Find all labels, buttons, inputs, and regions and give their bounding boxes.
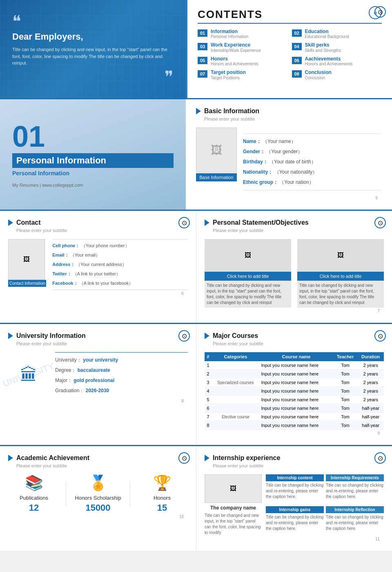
- course-cat: [212, 395, 259, 404]
- stmt-btn-1[interactable]: Click here to add title: [205, 272, 291, 281]
- intern-box-text: Title can be changed by clicking and re-…: [266, 483, 324, 500]
- course-duration: 2 years: [357, 370, 384, 378]
- intern-box: Internship content Title can be changed …: [266, 474, 324, 504]
- smiley-icon: ⊙: [378, 8, 383, 16]
- section-icon: ⊙: [374, 6, 386, 18]
- gender-value: （Your gender）: [266, 149, 303, 154]
- info-fields: Name： （Your name） Gender： （Your gender） …: [243, 127, 382, 194]
- intern-boxes: Internship content Title can be changed …: [266, 474, 384, 536]
- course-cat: Elective course: [212, 413, 259, 421]
- academic-subtitle: Please enter your subtitle: [16, 463, 188, 468]
- courses-section: Major Courses Please enter your subtitle…: [196, 324, 392, 445]
- contents-num: 08: [292, 70, 302, 78]
- stmt-text-2: Title can be changed by dicking and new …: [297, 281, 384, 308]
- academic-title: Academic Achievement: [16, 454, 89, 462]
- university-section: University Information Please enter your…: [0, 324, 196, 445]
- univ-courses-row: University Information Please enter your…: [0, 323, 392, 445]
- table-row: 2 Input you rcourse name here Tom 2 year…: [205, 370, 384, 378]
- contents-item-title: Work Experience: [211, 42, 261, 48]
- basic-info-subtitle: Please enter your subtitle: [204, 116, 382, 121]
- page-num-9: 9: [205, 430, 384, 437]
- course-num: 5: [205, 395, 212, 404]
- contents-text: Information Personal Information: [211, 29, 248, 39]
- section-triangle: [196, 108, 201, 114]
- slide-number: 01: [12, 122, 174, 151]
- univ-icon: ⊙: [178, 330, 190, 342]
- univ-fields: University： your university Degree： bacc…: [55, 352, 188, 398]
- twitter-field: Twitter： （A link to your twitter）: [52, 271, 188, 277]
- course-name: Input you rcourse name here: [260, 370, 333, 378]
- course-teacher: Tom: [333, 370, 358, 378]
- intern-box: Internship Reflection Title can so chang…: [326, 506, 384, 536]
- gender-label: Gender：: [243, 149, 265, 154]
- table-row: 6 Input you rcourse name here Tom half-y…: [205, 404, 384, 413]
- slide-subtitle: Personal Information: [12, 170, 174, 177]
- major-field: Major： gold professional: [55, 377, 188, 384]
- internship-subtitle: Please enter your subtitle: [213, 463, 384, 468]
- dear-desc: Title can be changed by clicking and new…: [12, 46, 174, 67]
- course-teacher: Tom: [333, 413, 358, 421]
- ach-value: 15000: [72, 503, 124, 513]
- course-num: 8: [205, 421, 212, 430]
- email-value: （Your email）: [70, 252, 100, 257]
- email-label: Email：: [52, 252, 69, 257]
- contact-section: Contact Please enter your subtitle ⊙ 🖼 C…: [0, 211, 196, 323]
- course-name: Input you rcourse name here: [260, 361, 333, 370]
- photo-caption: Base Information: [196, 173, 237, 181]
- email-field: Email： （Your email）: [52, 252, 188, 258]
- contents-num: 05: [198, 57, 207, 64]
- univ-triangle: [8, 333, 13, 339]
- courses-table: #CategoriesCourse nameTeacherDuration 1 …: [205, 352, 384, 430]
- course-num: 4: [205, 387, 212, 395]
- twitter-value: （A link to your twitter）: [73, 271, 120, 276]
- academic-section: Academic Achievement Please enter your s…: [0, 446, 196, 551]
- university-field: University： your university: [55, 357, 188, 364]
- contents-item-title: Honors: [211, 56, 258, 62]
- contact-title: Contact: [16, 219, 41, 226]
- statement-triangle: [205, 219, 209, 226]
- stmt-card-2: 🖼 Click here to add title Title can be c…: [297, 239, 384, 308]
- nationality-label: Nationality：: [243, 169, 273, 175]
- twitter-label: Twitter：: [52, 271, 71, 276]
- course-num: 3: [205, 378, 212, 387]
- intern-box: Internship gains Title can be changed by…: [266, 506, 324, 536]
- contents-title: CONTENTS: [198, 8, 263, 21]
- courses-th: #: [205, 352, 212, 361]
- courses-th: Duration: [357, 352, 384, 361]
- name-label: Name：: [243, 139, 261, 144]
- contents-item-sub: Personal Information: [211, 34, 248, 39]
- contact-icon: ⊙: [178, 217, 190, 228]
- course-duration: 2 years: [357, 387, 384, 395]
- slide-title: Personal Information: [12, 153, 174, 168]
- nationality-field: Nationality： （Your nationality）: [243, 169, 382, 176]
- contents-item-title: Information: [211, 29, 248, 34]
- stmt-photo-icon-1: 🖼: [245, 252, 251, 259]
- degree-value: baccalaureate: [78, 367, 110, 373]
- table-row: 8 Input you rcourse name here Tom half-y…: [205, 421, 384, 430]
- personal-info-row: 01 Personal Information Personal Informa…: [0, 98, 392, 210]
- nationality-value: （Your nationality）: [274, 169, 318, 175]
- ach-icon: 📚: [8, 474, 60, 492]
- birthday-value: （Your date of birth）: [269, 159, 316, 165]
- course-name: Input you rcourse name here: [260, 404, 333, 413]
- contents-item-sub: Internship/Work Experience: [211, 48, 261, 53]
- statement-icon: ⊙: [374, 217, 386, 228]
- intern-company-name: The company name: [205, 505, 262, 511]
- contents-divider: [198, 23, 382, 24]
- contact-fields: Cell phone： （Your phone number） Email： （…: [52, 239, 188, 290]
- header-section: ❝ Dear Employers, Title can be changed b…: [0, 0, 392, 98]
- contact-photo-caption: Contact Information: [8, 280, 46, 287]
- graduation-value: 2026-2030: [86, 388, 109, 393]
- contact-statement-row: Contact Please enter your subtitle ⊙ 🖼 C…: [0, 210, 392, 323]
- internship-section: Internship experience Please enter your …: [196, 446, 392, 551]
- ach-value: 12: [8, 503, 60, 513]
- stmt-btn-2[interactable]: Click here to add title: [297, 272, 384, 281]
- course-num: 2: [205, 370, 212, 378]
- contents-num: 06: [292, 57, 302, 64]
- ach-label: Honors Scholarship: [72, 495, 124, 501]
- course-duration: 2 years: [357, 395, 384, 404]
- intern-photo: 🖼: [205, 474, 262, 503]
- birthday-label: Birthday：: [243, 159, 268, 165]
- course-cat: [212, 404, 259, 413]
- courses-th: Course name: [260, 352, 333, 361]
